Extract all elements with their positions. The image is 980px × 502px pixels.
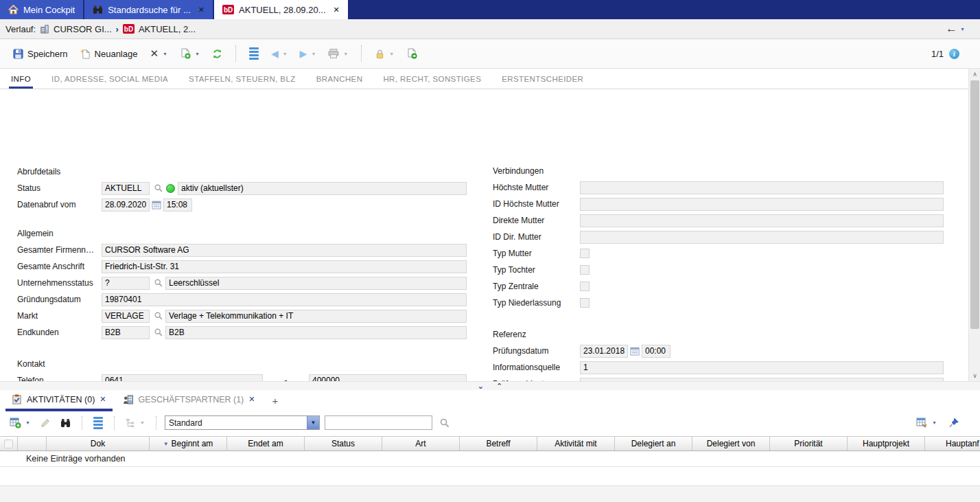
close-icon[interactable]: ✕ — [198, 5, 205, 14]
column-icon[interactable] — [18, 437, 47, 450]
add-tab-button[interactable]: + — [266, 390, 285, 411]
close-icon[interactable]: ✕ — [100, 395, 106, 404]
search-icon[interactable] — [439, 418, 450, 429]
datenabruf-time-input[interactable] — [163, 198, 192, 212]
window-tab-standardsuche[interactable]: Standardsuche für ... ✕ — [84, 0, 213, 19]
chevron-down-icon[interactable]: ▼ — [140, 420, 145, 425]
column-hauptprojekt[interactable]: Hauptprojekt — [848, 437, 925, 450]
calendar-icon[interactable] — [152, 200, 161, 209]
column-beginnt-am[interactable]: ▼ Beginnt am — [150, 437, 227, 450]
column-select[interactable] — [0, 437, 18, 450]
informationsquelle-input[interactable] — [580, 361, 944, 374]
panel-splitter[interactable]: ⌄ ⌃ — [0, 381, 980, 390]
chevron-down-icon[interactable]: ▼ — [389, 52, 394, 56]
new-entry-button[interactable]: ▼ — [7, 415, 33, 431]
id-hoechste-mutter-input[interactable] — [580, 198, 944, 211]
markt-text-input[interactable] — [165, 310, 467, 323]
pruefungsdatum-time-input[interactable] — [642, 345, 670, 358]
endkunden-code-input[interactable] — [102, 326, 150, 339]
column-endet-am[interactable]: Endet am — [227, 437, 305, 450]
lookup-icon[interactable] — [154, 183, 163, 193]
view-select[interactable]: Standard ▼ — [165, 415, 320, 430]
lock-button[interactable]: ▼ — [370, 45, 399, 62]
lookup-icon[interactable] — [154, 278, 163, 288]
chevron-down-icon[interactable]: ▼ — [307, 416, 319, 429]
navigate-back-button[interactable]: ◀ ▼ — [266, 45, 292, 62]
tab-info[interactable]: INFO — [11, 69, 31, 89]
scroll-down-icon[interactable]: ∨ — [969, 370, 980, 381]
history-crumb-cursor[interactable]: CURSOR GI... — [54, 24, 112, 34]
column-betreff[interactable]: Betreff — [460, 437, 537, 450]
chevron-down-icon[interactable]: ▼ — [343, 52, 348, 56]
new-record-button[interactable]: Neuanlage — [75, 45, 143, 62]
column-delegiert-von[interactable]: Delegiert von — [692, 437, 770, 450]
pruefungsdatum-date-input[interactable] — [580, 345, 628, 358]
delete-button[interactable]: ✕ ▼ — [145, 44, 172, 63]
tab-branchen[interactable]: BRANCHEN — [316, 69, 363, 89]
scrollbar-thumb[interactable] — [970, 80, 979, 329]
chevron-down-icon[interactable]: ▼ — [960, 27, 965, 32]
column-aktivitaet-mit[interactable]: Aktivität mit — [537, 437, 615, 450]
vertical-scrollbar[interactable]: ∧ ∨ — [968, 69, 980, 381]
tab-geschaeftspartner[interactable]: GESCHÄFTSPARTNER (1) ✕ — [117, 390, 261, 411]
window-tab-aktuell[interactable]: bD AKTUELL, 28.09.20... ✕ — [214, 0, 348, 19]
history-crumb-aktuell[interactable]: AKTUELL, 2... — [139, 24, 196, 34]
gruendungsdatum-input[interactable] — [102, 293, 467, 306]
search-entries-button[interactable] — [58, 416, 73, 430]
chevron-down-icon[interactable]: ▼ — [195, 52, 200, 56]
tab-hr-recht-sonstiges[interactable]: HR, RECHT, SONSTIGES — [383, 69, 481, 89]
expand-up-icon[interactable]: ⌃ — [496, 383, 502, 389]
datenabruf-date-input[interactable] — [102, 198, 150, 212]
edit-entry-button[interactable] — [38, 416, 53, 430]
history-back-button[interactable]: ← — [946, 22, 957, 36]
typ-mutter-checkbox[interactable] — [580, 249, 590, 258]
info-icon[interactable]: i — [949, 49, 959, 59]
table-settings-button[interactable]: ▼ — [913, 415, 940, 431]
id-dir-mutter-input[interactable] — [580, 231, 944, 244]
transfer-record-button[interactable] — [401, 45, 422, 62]
save-button[interactable]: Speichern — [8, 45, 73, 62]
column-hauptanfrage[interactable]: Hauptanf — [925, 437, 980, 450]
column-prioritaet[interactable]: Priorität — [770, 437, 848, 450]
quick-search-input[interactable] — [325, 415, 432, 430]
typ-niederlassung-checkbox[interactable] — [580, 298, 590, 308]
chevron-down-icon[interactable]: ▼ — [25, 420, 30, 425]
tab-id-adresse-social-media[interactable]: ID, ADRESSE, SOCIAL MEDIA — [51, 69, 168, 89]
status-text-input[interactable] — [178, 182, 467, 195]
tab-aktivitaeten[interactable]: AKTIVITÄTEN (0) ✕ — [5, 390, 113, 411]
close-icon[interactable]: ✕ — [334, 5, 340, 14]
hierarchy-view-button[interactable]: ▼ — [123, 416, 148, 429]
firmenname-input[interactable] — [102, 244, 467, 257]
column-status[interactable]: Status — [305, 437, 382, 450]
collapse-down-icon[interactable]: ⌄ — [478, 383, 484, 389]
list-view-button[interactable] — [91, 415, 106, 431]
status-code-input[interactable] — [102, 182, 150, 195]
endkunden-text-input[interactable] — [165, 326, 467, 339]
pin-panel-button[interactable] — [946, 415, 962, 430]
duplicate-button[interactable]: ▼ — [175, 45, 205, 62]
select-all-checkbox[interactable] — [4, 440, 13, 448]
list-view-button[interactable] — [244, 44, 264, 63]
chevron-down-icon[interactable]: ▼ — [932, 420, 937, 425]
navigate-forward-button[interactable]: ▶ ▼ — [295, 45, 321, 62]
lookup-icon[interactable] — [154, 328, 163, 337]
calendar-icon[interactable] — [630, 346, 640, 356]
chevron-down-icon[interactable]: ▼ — [311, 52, 316, 56]
column-art[interactable]: Art — [382, 437, 460, 450]
hoechste-mutter-input[interactable] — [580, 181, 944, 194]
chevron-down-icon[interactable]: ▼ — [163, 52, 167, 56]
column-dok[interactable]: Dok — [47, 437, 150, 450]
chevron-down-icon[interactable]: ▼ — [283, 52, 288, 56]
close-icon[interactable]: ✕ — [248, 395, 255, 404]
tab-staffeln-steuern-blz[interactable]: STAFFELN, STEUERN, BLZ — [189, 69, 296, 89]
scroll-up-icon[interactable]: ∧ — [969, 69, 980, 80]
lookup-icon[interactable] — [154, 311, 163, 321]
unternehmensstatus-code-input[interactable] — [102, 277, 150, 290]
window-tab-cockpit[interactable]: Mein Cockpit — [0, 0, 83, 19]
unternehmensstatus-text-input[interactable] — [165, 277, 467, 290]
column-delegiert-an[interactable]: Delegiert an — [615, 437, 692, 450]
anschrift-input[interactable] — [102, 260, 467, 273]
typ-tochter-checkbox[interactable] — [580, 265, 590, 275]
typ-zentrale-checkbox[interactable] — [580, 282, 590, 291]
direkte-mutter-input[interactable] — [580, 214, 944, 227]
